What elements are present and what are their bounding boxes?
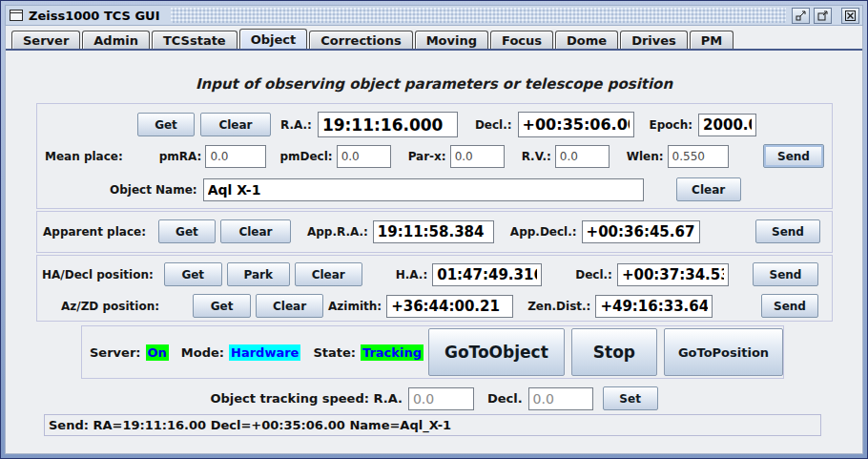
object-panel: Input of observing object parameters or … (6, 51, 862, 453)
hadecl-park-button[interactable]: Park (227, 262, 290, 286)
hadecl-get-button[interactable]: Get (164, 262, 222, 286)
goto-position-button[interactable]: GoToPosition (664, 328, 783, 376)
app-ra-label: App.R.A.: (307, 225, 368, 239)
rv-label: R.V.: (522, 150, 551, 163)
goto-object-button[interactable]: GoToObject (428, 328, 565, 376)
apparent-place-label: Apparent place: (43, 225, 146, 239)
mean-ra-field[interactable] (318, 112, 458, 137)
mean-decl-label: Decl.: (475, 118, 512, 132)
azimuth-field[interactable] (386, 295, 513, 318)
apparent-place-group: Apparent place: Get Clear App.R.A.: App.… (36, 211, 833, 253)
tracking-ra-field[interactable] (408, 387, 474, 410)
apparent-send-button[interactable]: Send (755, 219, 820, 243)
hadecl-position-label: HA/Decl position: (42, 268, 154, 282)
close-button[interactable] (841, 8, 859, 24)
window-title: Zeiss1000 TCS GUI (27, 9, 165, 23)
iconify-icon (796, 10, 806, 21)
position-group: HA/Decl position: Get Park Clear H.A.: D… (36, 255, 833, 322)
wlen-label: Wlen: (627, 150, 664, 163)
iconify-button[interactable] (792, 8, 810, 24)
set-button[interactable]: Set (603, 386, 658, 410)
hadecl-decl-label: Decl.: (575, 268, 612, 282)
state-group: Server: On Mode: Hardware State: Trackin… (81, 325, 784, 379)
mean-ra-label: R.A.: (280, 118, 312, 132)
parx-field[interactable] (450, 145, 505, 168)
server-status-badge: On (146, 344, 169, 361)
app-ra-field[interactable] (373, 220, 494, 243)
status-text: Send: RA=19:11:16.00 Decl=+00:35:06.00 N… (49, 418, 451, 432)
azzd-send-button[interactable]: Send (761, 294, 818, 318)
hadecl-clear-button[interactable]: Clear (295, 262, 362, 286)
wlen-field[interactable] (668, 145, 729, 168)
mean-get-button[interactable]: Get (137, 113, 195, 136)
azzd-clear-button[interactable]: Clear (256, 294, 323, 318)
tab-tcsstate[interactable]: TCSstate (152, 31, 238, 49)
tab-object[interactable]: Object (239, 29, 308, 49)
mode-status-badge: Hardware (229, 344, 300, 361)
stop-button[interactable]: Stop (571, 328, 657, 376)
state-label: State: (313, 345, 356, 360)
azimuth-label: Azimith: (328, 300, 382, 313)
object-name-clear-button[interactable]: Clear (676, 177, 741, 201)
hadecl-decl-field[interactable] (617, 263, 729, 286)
ha-label: H.A.: (396, 268, 427, 282)
app-decl-label: App.Decl.: (510, 225, 577, 239)
azzd-get-button[interactable]: Get (193, 294, 251, 318)
window-icon (10, 10, 23, 21)
zendist-field[interactable] (595, 295, 713, 318)
maximize-button[interactable] (814, 8, 832, 24)
pmra-field[interactable] (205, 145, 266, 168)
server-label: Server: (90, 345, 141, 360)
tab-drives[interactable]: Drives (620, 31, 688, 49)
tracking-decl-label: Decl. (487, 391, 523, 406)
ha-field[interactable] (432, 263, 542, 286)
azzd-position-label: Az/ZD position: (61, 300, 159, 313)
tab-dome[interactable]: Dome (555, 31, 618, 49)
tracking-speed-row: Object tracking speed: R.A. Decl. Set (6, 386, 862, 410)
tab-focus[interactable]: Focus (490, 31, 553, 49)
close-icon (845, 10, 856, 21)
pmdecl-field[interactable] (337, 145, 391, 168)
page-title: Input of observing object parameters or … (6, 75, 862, 93)
mean-clear-button[interactable]: Clear (200, 113, 271, 136)
tab-admin[interactable]: Admin (82, 31, 150, 49)
pmdecl-label: pmDecl: (279, 150, 332, 163)
mean-place-label: Mean place: (45, 150, 123, 163)
apparent-get-button[interactable]: Get (158, 219, 216, 243)
apparent-clear-button[interactable]: Clear (220, 219, 291, 243)
mean-decl-field[interactable] (518, 112, 634, 137)
tracking-decl-field[interactable] (528, 387, 593, 410)
object-name-label: Object Name: (110, 183, 197, 197)
mean-place-group: Get Clear R.A.: Decl.: Epoch: Mean place… (36, 103, 833, 209)
object-name-field[interactable] (203, 178, 644, 201)
maximize-icon (817, 10, 828, 21)
mean-epoch-label: Epoch: (650, 118, 693, 132)
zendist-label: Zen.Dist.: (527, 300, 590, 313)
titlebar-texture (171, 8, 786, 23)
tab-server[interactable]: Server (11, 31, 80, 49)
tab-bar: Server Admin TCSstate Object Corrections… (6, 26, 862, 51)
parx-label: Par-x: (408, 150, 446, 163)
tab-pm[interactable]: PM (690, 31, 734, 49)
mean-send-button[interactable]: Send (763, 144, 824, 168)
rv-field[interactable] (555, 145, 610, 168)
app-decl-field[interactable] (582, 220, 700, 243)
pmra-label: pmRA: (159, 150, 202, 163)
mean-epoch-field[interactable] (698, 114, 756, 136)
tracking-speed-label: Object tracking speed: R.A. (210, 391, 403, 406)
title-bar: Zeiss1000 TCS GUI (5, 5, 863, 26)
hadecl-send-button[interactable]: Send (753, 262, 818, 286)
tab-corrections[interactable]: Corrections (309, 31, 412, 49)
mode-label: Mode: (181, 345, 224, 360)
status-bar: Send: RA=19:11:16.00 Decl=+00:35:06.00 N… (44, 414, 821, 436)
app-window: Zeiss1000 TCS GUI (0, 0, 868, 459)
tab-moving[interactable]: Moving (415, 31, 488, 49)
tracking-status-badge: Tracking (361, 344, 424, 361)
